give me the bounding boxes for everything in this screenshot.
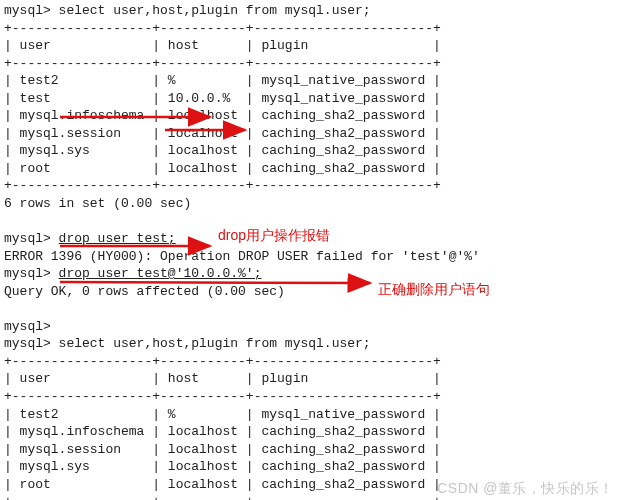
table-row: | mysql.sys | localhost | caching_sha2_p… [4, 458, 618, 476]
table-border: +------------------+-----------+--------… [4, 353, 618, 371]
label-drop-error: drop用户操作报错 [218, 226, 330, 245]
query-ok: Query OK, 0 rows affected (0.00 sec) [4, 283, 618, 301]
table-border: +------------------+-----------+--------… [4, 55, 618, 73]
terminal-output: mysql> select user,host,plugin from mysq… [4, 2, 618, 500]
table-row: | mysql.infoschema | localhost | caching… [4, 107, 618, 125]
result-count: 6 rows in set (0.00 sec) [4, 195, 618, 213]
table-border: +------------------+-----------+--------… [4, 20, 618, 38]
table-border: +------------------+-----------+--------… [4, 177, 618, 195]
sql-select-2: mysql> select user,host,plugin from mysq… [4, 335, 618, 353]
table-row: | test | 10.0.0.% | mysql_native_passwor… [4, 90, 618, 108]
error-line: ERROR 1396 (HY000): Operation DROP USER … [4, 248, 618, 266]
table-row: | mysql.infoschema | localhost | caching… [4, 423, 618, 441]
table-row: | test2 | % | mysql_native_password | [4, 72, 618, 90]
watermark: CSDN @董乐，快乐的乐！ [437, 479, 614, 498]
table-row: | mysql.sys | localhost | caching_sha2_p… [4, 142, 618, 160]
table-border: +------------------+-----------+--------… [4, 388, 618, 406]
table-row: | test2 | % | mysql_native_password | [4, 406, 618, 424]
table-header: | user | host | plugin | [4, 37, 618, 55]
table-row: | root | localhost | caching_sha2_passwo… [4, 160, 618, 178]
prompt: mysql> [4, 318, 618, 336]
sql-drop-good: mysql> drop user test@'10.0.0.%'; [4, 265, 618, 283]
table-row: | mysql.session | localhost | caching_sh… [4, 125, 618, 143]
label-drop-correct: 正确删除用户语句 [378, 280, 490, 299]
table-header: | user | host | plugin | [4, 370, 618, 388]
table-row: | mysql.session | localhost | caching_sh… [4, 441, 618, 459]
sql-select-1: mysql> select user,host,plugin from mysq… [4, 2, 618, 20]
